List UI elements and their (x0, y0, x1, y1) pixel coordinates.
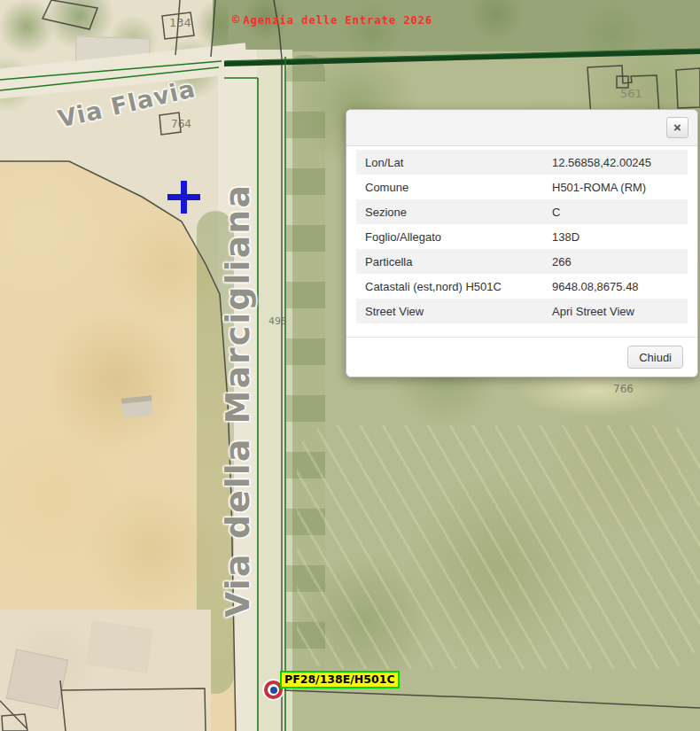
copyright-icon: © (232, 12, 240, 27)
row-value: C (552, 206, 560, 219)
table-row-catastali: Catastali (est,nord) H501C 9648.08,8675.… (356, 274, 688, 299)
close-dialog-button[interactable]: Chiudi (627, 346, 683, 369)
table-row-particella: Particella 266 (356, 249, 688, 274)
parcel-number-766: 766 (613, 383, 634, 395)
roadside-trees (286, 55, 325, 684)
building-roof-bottom-left-1 (6, 649, 69, 709)
crosshair-vertical-bar (181, 181, 187, 214)
row-label: Catastali (est,nord) H501C (365, 280, 502, 293)
copyright-notice: ©Agenzia delle Entrate 2026 (232, 12, 432, 27)
bottom-left-lot (0, 610, 211, 731)
street-view-link[interactable]: Apri Street View (552, 305, 634, 318)
table-row-sezione: Sezione C (356, 199, 688, 224)
table-row-lonlat: Lon/Lat 12.56858,42.00245 (356, 150, 688, 175)
map-viewport[interactable]: ©Agenzia delle Entrate 2026 Via Flavia V… (0, 0, 700, 731)
row-label: Foglio/Allegato (365, 230, 441, 244)
table-row-foglio: Foglio/Allegato 138D (356, 224, 688, 249)
building-roof-bottom-left-2 (86, 620, 153, 673)
parcel-number-764: 764 (171, 118, 191, 130)
copyright-text: Agenzia delle Entrate 2026 (243, 14, 432, 27)
close-icon[interactable]: × (666, 117, 688, 138)
table-row-comune: Comune H501-ROMA (RM) (356, 175, 688, 199)
parcel-info-dialog: × Lon/Lat 12.56858,42.00245 Comune H501-… (346, 109, 698, 377)
row-value: H501-ROMA (RM) (552, 181, 646, 194)
row-value: 12.56858,42.00245 (552, 156, 651, 169)
fiduciary-point-center-dot (270, 687, 277, 694)
field-track-lines (297, 425, 700, 669)
row-value: 9648.08,8675.48 (552, 280, 639, 293)
parcel-info-table: Lon/Lat 12.56858,42.00245 Comune H501-RO… (356, 150, 688, 323)
row-label: Sezione (365, 206, 407, 219)
crosshair-horizontal-bar (167, 194, 200, 200)
row-value: 266 (552, 255, 572, 268)
dialog-footer: Chiudi (346, 337, 697, 377)
row-value: 138D (552, 230, 579, 244)
parcel-number-134: 134 (169, 16, 191, 29)
row-label: Lon/Lat (365, 156, 403, 169)
fiduciary-point-label: PF28/138E/H501C (280, 671, 400, 688)
dialog-titlebar[interactable]: × (346, 110, 697, 146)
crosshair-marker (167, 181, 200, 214)
row-label: Comune (365, 181, 408, 194)
row-label: Street View (365, 305, 424, 318)
parcel-number-495: 495 (268, 315, 287, 327)
table-row-streetview: Street View Apri Street View (356, 299, 688, 323)
parcel-number-561: 561 (620, 87, 642, 100)
row-label: Particella (365, 255, 412, 268)
building-roof-top-left (74, 36, 151, 82)
street-label-via-marcigliana: Via della Marcigliana (218, 183, 257, 618)
shed-roof (121, 395, 153, 417)
